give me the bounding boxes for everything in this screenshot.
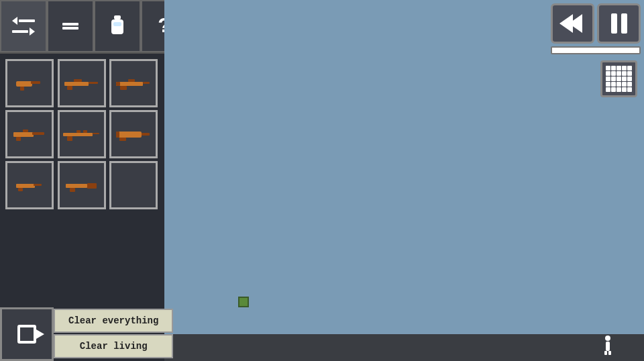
svg-rect-21	[67, 136, 72, 141]
item-cell-3[interactable]	[109, 59, 158, 107]
svg-rect-22	[76, 130, 80, 133]
clear-menu: Clear everything Clear living	[54, 309, 173, 361]
svg-rect-31	[66, 184, 87, 188]
item-cell-1[interactable]	[5, 59, 54, 107]
top-right-controls	[551, 3, 641, 54]
exit-box-icon	[17, 325, 36, 344]
grid-icon	[606, 66, 632, 92]
pause-button[interactable]	[597, 3, 641, 44]
svg-rect-20	[93, 133, 99, 134]
svg-rect-24	[116, 132, 142, 138]
mini-icon	[15, 178, 44, 193]
grid-toggle-button[interactable]	[600, 60, 637, 97]
svg-rect-15	[13, 132, 34, 137]
item-cell-9[interactable]	[109, 161, 158, 209]
svg-rect-13	[128, 79, 135, 82]
svg-rect-2	[113, 22, 121, 26]
svg-rect-8	[67, 86, 72, 90]
svg-rect-3	[16, 81, 32, 87]
svg-rect-12	[120, 86, 127, 90]
svg-rect-32	[87, 183, 97, 189]
rifle2-icon	[116, 76, 151, 91]
svg-rect-9	[74, 79, 82, 82]
svg-rect-1	[111, 19, 123, 34]
item-cell-6[interactable]	[109, 110, 158, 158]
rewind-icon	[564, 14, 582, 33]
pistol-icon	[15, 76, 44, 91]
svg-rect-11	[143, 82, 150, 84]
item-cell-8[interactable]	[58, 161, 106, 209]
svg-rect-37	[608, 351, 611, 355]
svg-rect-30	[18, 188, 23, 191]
svg-rect-26	[119, 138, 126, 141]
progress-bar-container	[551, 46, 641, 54]
clear-everything-button[interactable]: Clear everything	[54, 309, 173, 333]
svg-rect-18	[23, 130, 28, 132]
smg-icon	[12, 127, 47, 142]
svg-rect-28	[16, 184, 35, 188]
progress-bar	[552, 48, 639, 53]
svg-rect-4	[31, 81, 40, 84]
lmg-icon	[116, 127, 151, 142]
swap-button[interactable]	[0, 0, 47, 52]
sniper-icon	[63, 127, 101, 142]
item-cell-4[interactable]	[5, 110, 54, 158]
clear-living-button[interactable]: Clear living	[54, 334, 173, 358]
rewind-button[interactable]	[551, 3, 594, 44]
svg-rect-5	[20, 87, 24, 91]
item-grid	[0, 54, 164, 215]
figure-icon	[602, 335, 613, 358]
svg-point-34	[605, 336, 610, 341]
playback-controls	[551, 3, 641, 44]
exit-icon	[17, 325, 36, 344]
swap-icon	[12, 17, 35, 36]
item-cell-2[interactable]	[58, 59, 106, 107]
svg-rect-27	[116, 132, 119, 138]
svg-rect-17	[16, 137, 21, 141]
svg-rect-23	[83, 130, 87, 133]
exit-button[interactable]	[0, 307, 54, 361]
rifle-icon	[64, 76, 99, 91]
shotgun-icon	[66, 178, 98, 193]
svg-rect-6	[64, 82, 89, 86]
unknown-icon	[62, 23, 78, 30]
ground	[164, 334, 644, 361]
toolbar: ?	[0, 0, 164, 54]
pause-icon	[611, 13, 627, 34]
bottle-button[interactable]	[94, 0, 141, 52]
svg-rect-29	[34, 184, 42, 186]
svg-rect-0	[114, 15, 121, 19]
unknown-button[interactable]	[47, 0, 94, 52]
svg-rect-33	[70, 188, 75, 192]
svg-rect-14	[116, 82, 120, 86]
svg-rect-35	[606, 342, 610, 351]
svg-rect-36	[604, 351, 607, 355]
svg-rect-16	[32, 132, 44, 135]
svg-rect-25	[142, 133, 150, 136]
svg-rect-19	[63, 133, 93, 136]
character-entity	[238, 297, 249, 307]
item-cell-7[interactable]	[5, 161, 54, 209]
item-cell-5[interactable]	[58, 110, 106, 158]
svg-rect-7	[89, 82, 98, 84]
bottle-icon	[105, 13, 129, 40]
